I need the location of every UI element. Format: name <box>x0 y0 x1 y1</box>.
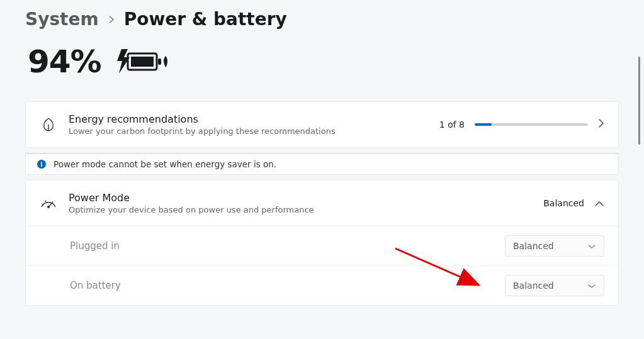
power-mode-card: Power Mode Optimize your device based on… <box>25 180 619 306</box>
battery-status: 94% <box>0 30 644 86</box>
on-battery-label: On battery <box>70 280 121 291</box>
energy-recommendations-card[interactable]: Energy recommendations Lower your carbon… <box>25 101 619 148</box>
svg-point-5 <box>42 204 43 206</box>
svg-rect-2 <box>158 58 161 65</box>
info-icon: i <box>37 160 46 169</box>
plugged-in-label: Plugged in <box>70 240 120 252</box>
svg-rect-1 <box>131 57 154 67</box>
breadcrumb-parent[interactable]: System <box>25 9 99 30</box>
on-battery-dropdown[interactable]: Balanced <box>505 275 604 296</box>
energy-progress-fill <box>475 123 492 126</box>
power-mode-subtitle: Optimize your device based on power use … <box>69 205 532 214</box>
chevron-right-icon <box>108 12 115 27</box>
power-mode-on-battery-row: On battery Balanced <box>26 265 618 305</box>
power-mode-summary: Balanced <box>543 198 584 208</box>
power-mode-header[interactable]: Power Mode Optimize your device based on… <box>26 181 618 226</box>
energy-subtitle: Lower your carbon footprint by applying … <box>69 126 428 136</box>
power-mode-title: Power Mode <box>69 192 532 204</box>
chevron-up-icon <box>594 197 604 209</box>
energy-title: Energy recommendations <box>69 113 428 125</box>
plugged-in-dropdown[interactable]: Balanced <box>505 235 604 257</box>
breadcrumb: System Power & battery <box>0 0 644 30</box>
info-message: Power mode cannot be set when energy sav… <box>54 159 276 169</box>
chevron-right-icon <box>598 118 604 131</box>
svg-point-6 <box>45 201 46 202</box>
info-banner: i Power mode cannot be set when energy s… <box>25 153 619 175</box>
scrollbar[interactable] <box>638 57 640 145</box>
leaf-icon <box>40 117 57 132</box>
chevron-down-icon <box>587 241 596 251</box>
on-battery-value: Balanced <box>513 281 554 291</box>
power-mode-plugged-in-row: Plugged in Balanced <box>26 226 618 265</box>
gauge-icon <box>40 197 57 209</box>
battery-percentage: 94% <box>28 43 101 80</box>
plugged-in-value: Balanced <box>513 241 554 251</box>
page-title: Power & battery <box>124 9 287 30</box>
energy-progress-bar <box>475 123 588 126</box>
battery-charging-icon <box>114 47 171 76</box>
energy-progress-text: 1 of 8 <box>439 119 465 130</box>
chevron-down-icon <box>587 281 596 291</box>
